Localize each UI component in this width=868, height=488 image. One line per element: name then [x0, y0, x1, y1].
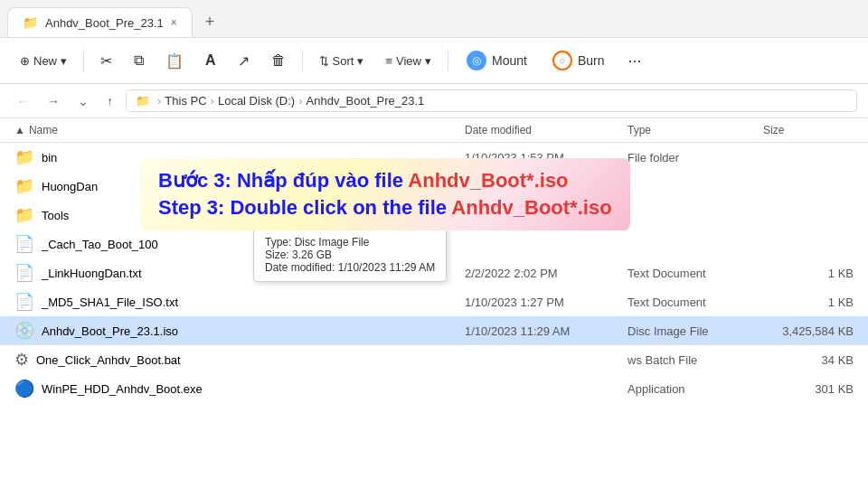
delete-button[interactable]: 🗑 — [262, 47, 295, 74]
mount-icon: ◎ — [467, 51, 486, 70]
file-name-cell: 🔵 WinPE_HDD_Anhdv_Boot.exe — [14, 379, 465, 399]
forward-button[interactable]: → — [42, 90, 65, 112]
breadcrumb-sep-0: › — [157, 94, 161, 108]
paste-button[interactable]: 📋 — [156, 47, 193, 75]
view-label: View — [396, 54, 421, 68]
mount-label: Mount — [492, 53, 527, 68]
address-bar: ← → ⌄ ↑ 📁 › This PC › Local Disk (D:) › … — [0, 84, 868, 118]
file-size-cell: 1 KB — [763, 267, 854, 280]
tab-close-button[interactable]: × — [171, 16, 177, 29]
table-row[interactable]: 🔵 WinPE_HDD_Anhdv_Boot.exe Application 3… — [0, 374, 868, 403]
new-button[interactable]: ⊕ New ▾ — [11, 49, 76, 73]
tooltip-size-label: Size: — [265, 249, 289, 261]
separator-1 — [83, 50, 84, 71]
tooltip-type-row: Type: Disc Image File — [265, 236, 435, 249]
file-date-cell: 2/2/2022 2:02 PM — [465, 267, 627, 280]
delete-icon: 🗑 — [271, 52, 286, 69]
table-row[interactable]: ⚙ One_Click_Anhdv_Boot.bat ws Batch File… — [0, 345, 868, 374]
cut-icon: ✂ — [100, 52, 112, 70]
instruction-line1-prefix: Bước 3: Nhấp đúp vào file — [158, 169, 408, 192]
tooltip-type-label: Type: — [265, 236, 291, 249]
rename-button[interactable]: A — [196, 47, 225, 74]
file-name-cell: 💿 Anhdv_Boot_Pre_23.1.iso — [14, 321, 465, 341]
view-button[interactable]: ≡ View ▾ — [376, 49, 440, 73]
instruction-line2: Step 3: Double click on the file Anhdv_B… — [158, 196, 612, 220]
tab-title: Anhdv_Boot_Pre_23.1 — [45, 16, 164, 30]
share-icon: ↗ — [238, 52, 250, 70]
file-list-header: ▲ Name Date modified Type Size — [0, 118, 868, 143]
back-button[interactable]: ← — [11, 90, 34, 112]
type-header-label: Type — [627, 124, 651, 136]
tooltip-size-row: Size: 3.26 GB — [265, 249, 435, 261]
date-header-label: Date modified — [465, 124, 532, 136]
instruction-line1: Bước 3: Nhấp đúp vào file Anhdv_Boot*.is… — [158, 169, 612, 192]
instruction-line1-highlight: Anhdv_Boot*.iso — [408, 169, 568, 192]
cut-button[interactable]: ✂ — [91, 47, 121, 75]
file-date-cell: 1/10/2023 11:29 AM — [465, 324, 627, 338]
sort-label: Sort — [333, 54, 354, 68]
up-button[interactable]: ↑ — [101, 90, 118, 112]
file-name-cell: 📄 _MD5_SHA1_File_ISO.txt — [14, 292, 465, 312]
file-icon: 📁 — [14, 176, 34, 196]
name-header-label: Name — [29, 124, 58, 136]
file-icon: 📁 — [14, 205, 34, 225]
breadcrumb-this-pc[interactable]: This PC — [165, 94, 206, 108]
date-column-header: Date modified — [465, 124, 627, 136]
file-icon: ⚙ — [14, 350, 29, 370]
file-type-cell: File folder — [627, 151, 763, 164]
breadcrumb-sep-1: › — [211, 94, 214, 108]
sort-icon: ⇅ — [319, 54, 329, 68]
table-row[interactable]: 💿 Anhdv_Boot_Pre_23.1.iso 1/10/2023 11:2… — [0, 316, 868, 345]
paste-icon: 📋 — [165, 52, 184, 70]
file-type-cell: Text Document — [627, 296, 763, 309]
file-type-cell: ws Batch File — [627, 353, 763, 367]
table-row[interactable]: 📄 _MD5_SHA1_File_ISO.txt 1/10/2023 1:27 … — [0, 287, 868, 316]
tooltip-type-value: Disc Image File — [295, 236, 370, 249]
size-header-label: Size — [763, 124, 784, 136]
tab-folder-icon: 📁 — [23, 15, 38, 30]
file-size-cell: 301 KB — [763, 382, 854, 396]
breadcrumb-local-disk[interactable]: Local Disk (D:) — [218, 94, 295, 108]
file-name-label: One_Click_Anhdv_Boot.bat — [36, 353, 181, 367]
file-icon: 💿 — [14, 321, 34, 341]
tooltip-size-value: 3.26 GB — [292, 249, 332, 261]
copy-button[interactable]: ⧉ — [125, 47, 153, 74]
sort-button[interactable]: ⇅ Sort ▾ — [310, 49, 373, 73]
file-name-label: HuongDan — [42, 180, 98, 193]
file-icon: 🔵 — [14, 379, 34, 399]
file-icon: 📁 — [14, 147, 34, 167]
file-name-label: _LinkHuongDan.txt — [42, 267, 142, 280]
burn-label: Burn — [578, 53, 605, 68]
recent-button[interactable]: ⌄ — [72, 90, 94, 112]
separator-2 — [302, 50, 303, 71]
file-tooltip: Type: Disc Image File Size: 3.26 GB Date… — [253, 228, 447, 282]
separator-3 — [448, 50, 448, 71]
file-type-cell: Text Document — [627, 267, 763, 280]
file-size-cell: 1 KB — [763, 296, 854, 309]
more-button[interactable]: ··· — [618, 46, 650, 76]
mount-button[interactable]: ◎ Mount — [456, 45, 538, 76]
file-name-label: bin — [42, 151, 57, 164]
tooltip-date-label: Date modified: — [265, 261, 335, 274]
active-tab[interactable]: 📁 Anhdv_Boot_Pre_23.1 × — [7, 7, 193, 37]
burn-button[interactable]: ○ Burn — [542, 45, 616, 76]
instruction-banner: Bước 3: Nhấp đúp vào file Anhdv_Boot*.is… — [140, 158, 630, 230]
sort-chevron: ▾ — [357, 54, 363, 68]
name-header-sort-icon: ▲ — [14, 124, 25, 136]
file-icon: 📄 — [14, 292, 34, 312]
tooltip-date-value: 1/10/2023 11:29 AM — [338, 261, 435, 274]
file-name-label: WinPE_HDD_Anhdv_Boot.exe — [42, 382, 203, 396]
burn-icon: ○ — [552, 51, 572, 70]
file-size-cell: 3,425,584 KB — [763, 324, 854, 338]
instruction-line2-highlight: Anhdv_Boot*.iso — [451, 196, 611, 219]
breadcrumb[interactable]: 📁 › This PC › Local Disk (D:) › Anhdv_Bo… — [126, 89, 857, 112]
share-button[interactable]: ↗ — [229, 47, 259, 75]
size-column-header: Size — [763, 124, 854, 136]
new-tab-button[interactable]: + — [196, 7, 224, 37]
copy-icon: ⧉ — [134, 52, 144, 69]
new-icon: ⊕ — [20, 54, 30, 68]
type-column-header: Type — [627, 124, 763, 136]
breadcrumb-folder[interactable]: Anhdv_Boot_Pre_23.1 — [307, 94, 425, 108]
view-icon: ≡ — [385, 54, 392, 68]
file-name-label: Tools — [42, 209, 69, 222]
